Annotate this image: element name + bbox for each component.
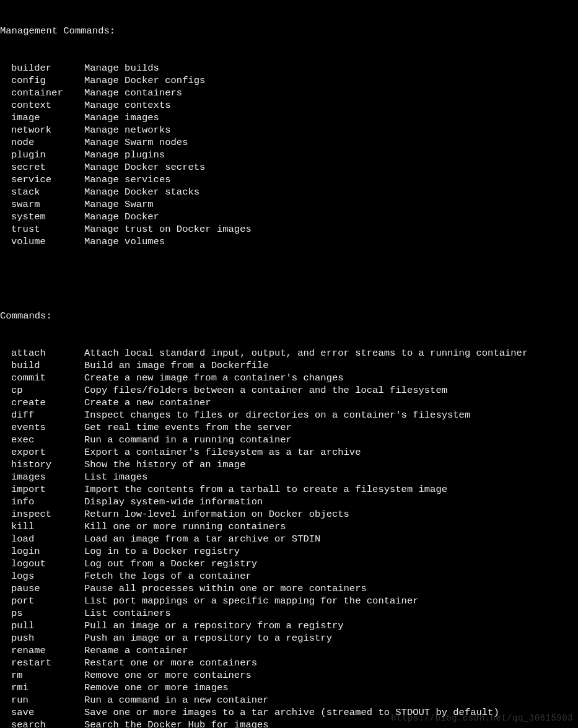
command-description: List images [84, 471, 147, 483]
command-name: info [0, 496, 84, 508]
command-name: create [0, 397, 84, 409]
command-name: container [0, 87, 84, 99]
command-row: logsFetch the logs of a container [0, 570, 578, 582]
command-description: Build an image from a Dockerfile [84, 360, 269, 371]
command-row: rmiRemove one or more images [0, 682, 578, 694]
command-name: diff [0, 409, 84, 421]
command-description: Display system-wide information [84, 496, 263, 507]
command-row: execRun a command in a running container [0, 434, 578, 446]
command-description: Manage volumes [84, 236, 165, 247]
mgmt-command-row: volumeManage volumes [0, 235, 578, 248]
command-name: network [0, 124, 84, 136]
command-description: Log out from a Docker registry [84, 558, 257, 569]
command-row: loginLog in to a Docker registry [0, 545, 578, 558]
command-description: Manage networks [84, 125, 171, 136]
command-description: Get real time events from the server [84, 422, 292, 433]
command-description: Manage builds [84, 63, 159, 74]
command-name: pause [0, 582, 84, 595]
command-row: historyShow the history of an image [0, 458, 578, 471]
command-description: Manage Docker configs [84, 75, 205, 86]
command-name: login [0, 545, 84, 558]
command-row: searchSearch the Docker Hub for images [0, 719, 578, 728]
commands-header: Commands: [0, 310, 578, 322]
command-name: history [0, 458, 84, 471]
command-row: logoutLog out from a Docker registry [0, 558, 578, 570]
command-name: config [0, 74, 84, 87]
command-name: load [0, 533, 84, 545]
command-name: pull [0, 620, 84, 632]
command-row: eventsGet real time events from the serv… [0, 421, 578, 434]
command-description: Pull an image or a repository from a reg… [84, 620, 344, 631]
command-description: Manage plugins [84, 149, 165, 160]
command-description: List port mappings or a specific mapping… [84, 595, 419, 607]
command-name: secret [0, 161, 84, 173]
mgmt-command-row: imageManage images [0, 112, 578, 124]
command-name: service [0, 173, 84, 186]
command-name: node [0, 136, 84, 149]
command-name: rmi [0, 682, 84, 694]
command-description: Inspect changes to files or directories … [84, 410, 470, 421]
command-name: kill [0, 520, 84, 533]
command-description: Manage services [84, 174, 171, 185]
command-description: Show the history of an image [84, 459, 245, 470]
command-name: swarm [0, 198, 84, 211]
command-name: system [0, 211, 84, 223]
command-name: cp [0, 384, 84, 397]
mgmt-command-row: trustManage trust on Docker images [0, 223, 578, 235]
command-row: createCreate a new container [0, 397, 578, 409]
mgmt-command-row: pluginManage plugins [0, 149, 578, 161]
command-row: runRun a command in a new container [0, 694, 578, 706]
command-row: diffInspect changes to files or director… [0, 409, 578, 421]
command-name: exec [0, 434, 84, 446]
command-name: rename [0, 644, 84, 657]
command-name: ps [0, 607, 84, 620]
command-row: imagesList images [0, 471, 578, 483]
command-row: restartRestart one or more containers [0, 657, 578, 669]
command-description: Kill one or more running containers [84, 521, 286, 532]
mgmt-command-row: serviceManage services [0, 173, 578, 186]
command-description: Manage images [84, 112, 159, 123]
command-description: List containers [84, 608, 171, 619]
command-row: cpCopy files/folders between a container… [0, 384, 578, 397]
command-name: image [0, 112, 84, 124]
command-row: commitCreate a new image from a containe… [0, 372, 578, 384]
command-description: Attach local standard input, output, and… [84, 348, 528, 359]
command-name: inspect [0, 508, 84, 520]
command-name: commit [0, 372, 84, 384]
command-description: Manage Docker secrets [84, 162, 205, 173]
terminal-output: Management Commands: builderManage build… [0, 0, 578, 728]
command-name: run [0, 694, 84, 706]
command-description: Manage Docker stacks [84, 186, 199, 198]
command-description: Copy files/folders between a container a… [84, 385, 447, 396]
command-row: psList containers [0, 607, 578, 620]
command-description: Log in to a Docker registry [84, 546, 240, 557]
command-name: events [0, 421, 84, 434]
commands-list: attachAttach local standard input, outpu… [0, 347, 578, 728]
command-name: builder [0, 62, 84, 74]
command-description: Manage contexts [84, 100, 171, 111]
command-description: Manage Swarm [84, 199, 154, 210]
command-name: logs [0, 570, 84, 582]
command-name: save [0, 706, 84, 719]
command-description: Remove one or more containers [84, 670, 252, 681]
command-name: plugin [0, 149, 84, 161]
command-name: images [0, 471, 84, 483]
command-description: Load an image from a tar archive or STDI… [84, 533, 320, 545]
command-description: Create a new container [84, 397, 211, 408]
command-row: inspectReturn low-level information on D… [0, 508, 578, 520]
command-description: Manage Docker [84, 211, 159, 222]
command-name: restart [0, 657, 84, 669]
command-row: loadLoad an image from a tar archive or … [0, 533, 578, 545]
command-name: context [0, 99, 84, 112]
command-name: port [0, 595, 84, 607]
command-name: search [0, 719, 84, 728]
command-description: Run a command in a running container [84, 434, 292, 445]
command-row: infoDisplay system-wide information [0, 496, 578, 508]
command-row: exportExport a container's filesystem as… [0, 446, 578, 458]
mgmt-command-row: systemManage Docker [0, 211, 578, 223]
mgmt-command-row: configManage Docker configs [0, 74, 578, 87]
command-name: trust [0, 223, 84, 235]
mgmt-command-row: contextManage contexts [0, 99, 578, 112]
command-row: importImport the contents from a tarball… [0, 483, 578, 496]
command-name: stack [0, 186, 84, 198]
